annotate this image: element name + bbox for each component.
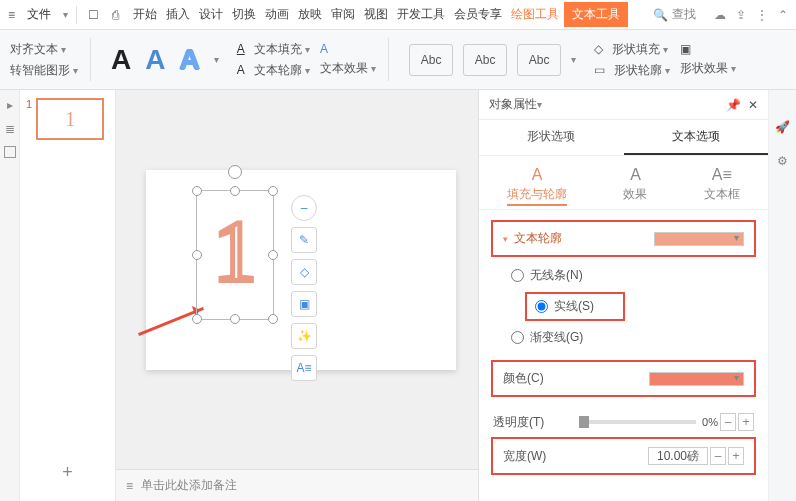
share-icon[interactable]: ⇪ bbox=[736, 8, 746, 22]
shape-styles[interactable]: Abc Abc Abc ▾ bbox=[401, 34, 584, 85]
shape-style-1[interactable]: Abc bbox=[409, 44, 453, 76]
resize-handle[interactable] bbox=[268, 250, 278, 260]
resize-handle[interactable] bbox=[268, 314, 278, 324]
shape-style-3[interactable]: Abc bbox=[517, 44, 561, 76]
tab-insert[interactable]: 插入 bbox=[162, 2, 194, 27]
resize-handle[interactable] bbox=[192, 186, 202, 196]
resize-handle[interactable] bbox=[230, 314, 240, 324]
panel-title: 对象属性 bbox=[489, 96, 537, 113]
tab-shape-options[interactable]: 形状选项 bbox=[479, 120, 624, 155]
left-rail: ▸ ≣ bbox=[0, 90, 20, 501]
align-text-button[interactable]: 对齐文本▾ bbox=[10, 41, 78, 58]
dropdown-icon[interactable]: ▾ bbox=[63, 9, 68, 20]
radio-solid-line[interactable]: 实线(S) bbox=[525, 292, 625, 321]
resize-handle[interactable] bbox=[230, 186, 240, 196]
shape-effect-label: 形状效果 bbox=[680, 60, 728, 77]
tool-pen[interactable]: ✎ bbox=[291, 227, 317, 253]
color-picker[interactable] bbox=[649, 372, 744, 386]
cloud-icon[interactable]: ☁ bbox=[714, 8, 726, 22]
slide[interactable]: 1 – ✎ ◇ ▣ ✨ A≡ bbox=[146, 170, 456, 370]
text-effect-label: 文本效果 bbox=[320, 60, 368, 77]
shape-effect-button[interactable]: ▣ bbox=[680, 42, 736, 56]
text-outline-button[interactable]: A 文本轮廓▾ bbox=[237, 62, 310, 79]
collapse-ribbon-icon[interactable]: ⌃ bbox=[778, 8, 788, 22]
tab-view[interactable]: 视图 bbox=[360, 2, 392, 27]
width-value[interactable]: 10.00磅 bbox=[648, 447, 708, 465]
tool-paste[interactable]: ▣ bbox=[291, 291, 317, 317]
tab-draw-tools[interactable]: 绘图工具 bbox=[507, 2, 563, 27]
color-label: 颜色(C) bbox=[503, 370, 583, 387]
right-rail: 🚀 ⚙ bbox=[768, 90, 796, 501]
tab-text-options[interactable]: 文本选项 bbox=[624, 120, 769, 155]
resize-handle[interactable] bbox=[192, 250, 202, 260]
subtab-effect[interactable]: A效果 bbox=[623, 166, 647, 203]
tab-member[interactable]: 会员专享 bbox=[450, 2, 506, 27]
style-a1[interactable]: A bbox=[111, 44, 131, 76]
shape-style-2[interactable]: Abc bbox=[463, 44, 507, 76]
search-label: 查找 bbox=[672, 6, 696, 23]
tool-highlight[interactable]: ✨ bbox=[291, 323, 317, 349]
outline-icon[interactable]: ▸ bbox=[7, 98, 13, 112]
opacity-value: 0% bbox=[702, 416, 718, 428]
subtab-fill-outline[interactable]: A填充与轮廓 bbox=[507, 166, 567, 203]
thumb-number-1: 1 bbox=[26, 98, 32, 140]
menu-icon[interactable]: ≡ bbox=[8, 8, 15, 22]
title-bar: ≡ 文件 ▾ ☐ ⎙ 开始 插入 设计 切换 动画 放映 审阅 视图 开发工具 … bbox=[0, 0, 796, 30]
list-icon[interactable]: ≣ bbox=[5, 122, 15, 136]
slide-view-icon[interactable] bbox=[4, 146, 16, 158]
tab-show[interactable]: 放映 bbox=[294, 2, 326, 27]
width-label: 宽度(W) bbox=[503, 448, 583, 465]
outline-color-preview[interactable] bbox=[654, 232, 744, 246]
notes-bar[interactable]: ≡ 单击此处添加备注 bbox=[116, 469, 478, 501]
tab-design[interactable]: 设计 bbox=[195, 2, 227, 27]
ribbon-tabs: 开始 插入 设计 切换 动画 放映 审阅 视图 开发工具 会员专享 绘图工具 文… bbox=[129, 2, 628, 27]
tab-text-tools[interactable]: 文本工具 bbox=[564, 2, 628, 27]
opacity-increase[interactable]: + bbox=[738, 413, 754, 431]
tool-text-format[interactable]: A≡ bbox=[291, 355, 317, 381]
resize-handle[interactable] bbox=[268, 186, 278, 196]
resize-handle[interactable] bbox=[192, 314, 202, 324]
slide-thumbnails: 1 1 + bbox=[20, 90, 116, 501]
rotate-handle[interactable] bbox=[228, 165, 242, 179]
print-icon[interactable]: ⎙ bbox=[107, 7, 123, 23]
settings-icon[interactable]: ⚙ bbox=[777, 154, 788, 168]
outline-section-highlight: ▾ 文本轮廓 bbox=[491, 220, 756, 257]
tab-dev[interactable]: 开发工具 bbox=[393, 2, 449, 27]
radio-no-line[interactable]: 无线条(N) bbox=[511, 267, 756, 284]
width-increase[interactable]: + bbox=[728, 447, 744, 465]
wordart-text[interactable]: 1 bbox=[197, 191, 273, 311]
selected-textbox[interactable]: 1 bbox=[196, 190, 274, 320]
save-icon[interactable]: ☐ bbox=[85, 7, 101, 23]
shape-fill-button[interactable]: ◇ 形状填充▾ bbox=[594, 41, 670, 58]
search-icon: 🔍 bbox=[653, 8, 668, 22]
tool-fill[interactable]: ◇ bbox=[291, 259, 317, 285]
text-fill-button[interactable]: A 文本填充▾ bbox=[237, 41, 310, 58]
smart-graphic-button[interactable]: 转智能图形▾ bbox=[10, 62, 78, 79]
rocket-icon[interactable]: 🚀 bbox=[775, 120, 790, 134]
wordart-styles[interactable]: A A A ▾ bbox=[103, 34, 227, 85]
tab-review[interactable]: 审阅 bbox=[327, 2, 359, 27]
add-slide-button[interactable]: + bbox=[26, 462, 109, 483]
radio-gradient-line[interactable]: 渐变线(G) bbox=[511, 329, 756, 346]
close-icon[interactable]: ✕ bbox=[748, 98, 758, 112]
opacity-decrease[interactable]: – bbox=[720, 413, 736, 431]
opacity-slider[interactable] bbox=[579, 420, 696, 424]
tab-transition[interactable]: 切换 bbox=[228, 2, 260, 27]
thumbnail-1[interactable]: 1 bbox=[36, 98, 104, 140]
pin-icon[interactable]: 📌 bbox=[726, 98, 741, 112]
floating-toolbar: – ✎ ◇ ▣ ✨ A≡ bbox=[291, 195, 317, 381]
tool-collapse[interactable]: – bbox=[291, 195, 317, 221]
shape-outline-button[interactable]: ▭ 形状轮廓▾ bbox=[594, 62, 670, 79]
style-a2[interactable]: A bbox=[145, 44, 165, 76]
text-effect-button[interactable]: A bbox=[320, 42, 376, 56]
tab-start[interactable]: 开始 bbox=[129, 2, 161, 27]
collapse-icon[interactable]: ▾ bbox=[503, 234, 508, 244]
more-icon[interactable]: ⋮ bbox=[756, 8, 768, 22]
file-menu[interactable]: 文件 bbox=[21, 4, 57, 25]
subtab-textbox[interactable]: A≡文本框 bbox=[704, 166, 740, 203]
notes-placeholder: 单击此处添加备注 bbox=[141, 477, 237, 494]
style-a3[interactable]: A bbox=[179, 44, 199, 76]
width-decrease[interactable]: – bbox=[710, 447, 726, 465]
search-box[interactable]: 🔍 查找 bbox=[653, 6, 696, 23]
tab-animation[interactable]: 动画 bbox=[261, 2, 293, 27]
